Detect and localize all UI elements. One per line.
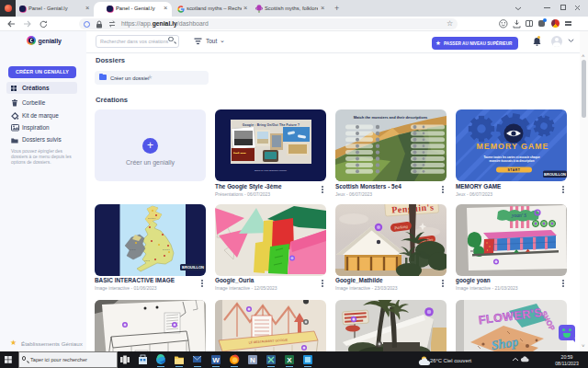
svg-text:Scotland: Scotland — [148, 217, 156, 219]
svg-text:N: N — [250, 356, 255, 364]
svg-text:yoan' S: yoan' S — [511, 213, 526, 218]
svg-text:MEMORY GAME: MEMORY GAME — [477, 142, 549, 151]
svg-text:START: START — [507, 168, 520, 172]
svg-text:BROUILLON: BROUILLON — [182, 265, 204, 270]
svg-text:26°C Ciel couvert: 26°C Ciel couvert — [430, 358, 472, 363]
svg-text:Ireland: Ireland — [130, 248, 136, 250]
svg-text:monstre écossais à sa descript: monstre écossais à sa description — [489, 159, 534, 163]
svg-text:08/11/2023: 08/11/2023 — [555, 361, 579, 366]
svg-text:X: X — [287, 356, 292, 364]
svg-text:England: England — [163, 248, 171, 250]
svg-text:BROUILLON: BROUILLON — [544, 172, 566, 177]
svg-text:Match the monsters and their d: Match the monsters and their description… — [354, 115, 428, 120]
svg-text:Wales: Wales — [144, 259, 151, 261]
svg-text:20:59: 20:59 — [561, 354, 573, 360]
svg-text:W: W — [212, 356, 220, 364]
